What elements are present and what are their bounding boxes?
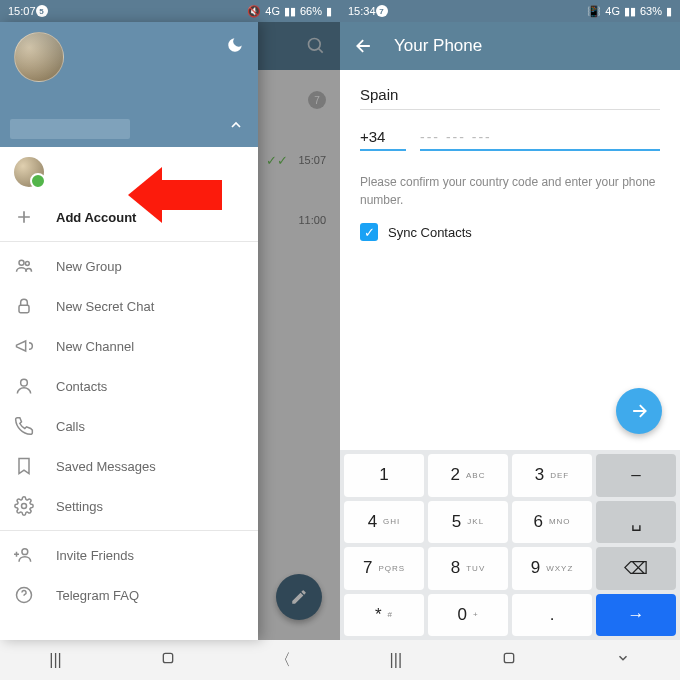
person-icon (14, 376, 34, 396)
svg-point-2 (25, 262, 29, 266)
status-bar: 15:07 5 🔇 4G ▮▮ 66% ▮ (0, 0, 340, 22)
menu-label: Calls (56, 419, 85, 434)
android-navbar: ||| 〈 (0, 640, 340, 680)
bookmark-icon (14, 456, 34, 476)
menu-label: Settings (56, 499, 103, 514)
gear-icon (14, 496, 34, 516)
keypad-key[interactable]: ␣ (596, 501, 676, 544)
menu-label: New Secret Chat (56, 299, 154, 314)
sidebar-item-calls[interactable]: Calls (0, 406, 258, 446)
keypad-key[interactable]: 1 (344, 454, 424, 497)
hide-keyboard-button[interactable] (616, 651, 630, 669)
lock-icon (14, 296, 34, 316)
network-icon: 4G (265, 5, 280, 17)
checkbox-checked-icon[interactable]: ✓ (360, 223, 378, 241)
keypad-key[interactable]: 3DEF (512, 454, 592, 497)
app-bar: Your Phone (340, 22, 680, 70)
sidebar-item-saved[interactable]: Saved Messages (0, 446, 258, 486)
account-avatar (14, 157, 44, 187)
menu-label: Invite Friends (56, 548, 134, 563)
keypad-key[interactable]: → (596, 594, 676, 637)
svg-rect-3 (19, 305, 29, 313)
svg-rect-9 (505, 653, 514, 662)
keypad-key[interactable]: – (596, 454, 676, 497)
megaphone-icon (14, 336, 34, 356)
vibrate-icon: 📳 (587, 5, 601, 18)
keypad-key[interactable]: 7PQRS (344, 547, 424, 590)
keypad-key[interactable]: *# (344, 594, 424, 637)
group-icon (14, 256, 34, 276)
sidebar-item-faq[interactable]: Telegram FAQ (0, 575, 258, 615)
profile-avatar[interactable] (14, 32, 64, 82)
keypad-key[interactable]: ⌫ (596, 547, 676, 590)
keypad-key[interactable]: 0+ (428, 594, 508, 637)
network-icon: 4G (605, 5, 620, 17)
sidebar-item-secret-chat[interactable]: New Secret Chat (0, 286, 258, 326)
add-account-label: Add Account (56, 210, 136, 225)
status-bar: 15:34 7 📳 4G ▮▮ 63% ▮ (340, 0, 680, 22)
nav-drawer: Add Account New Group New Secret Chat Ne… (0, 22, 258, 640)
chevron-up-icon[interactable] (228, 117, 244, 137)
separator (0, 241, 258, 242)
back-arrow-icon[interactable] (354, 36, 374, 56)
status-time: 15:34 (348, 5, 376, 17)
signal-icon: ▮▮ (624, 5, 636, 18)
battery-label: 63% (640, 5, 662, 17)
country-field[interactable]: Spain (360, 86, 660, 110)
svg-point-6 (22, 549, 28, 555)
svg-point-1 (19, 260, 24, 265)
home-button[interactable] (160, 650, 176, 670)
plus-icon (14, 207, 34, 227)
back-button[interactable]: 〈 (275, 650, 291, 671)
sync-label: Sync Contacts (388, 225, 472, 240)
phone-icon (14, 416, 34, 436)
svg-rect-8 (164, 653, 173, 662)
arrow-right-icon (629, 401, 649, 421)
battery-icon: ▮ (326, 5, 332, 18)
sidebar-item-contacts[interactable]: Contacts (0, 366, 258, 406)
status-time: 15:07 (8, 5, 36, 17)
svg-point-5 (22, 504, 27, 509)
phone-form: Spain +34 --- --- --- Please confirm you… (340, 70, 680, 241)
add-person-icon (14, 545, 34, 565)
keypad-key[interactable]: 6MNO (512, 501, 592, 544)
keypad-key[interactable]: 2ABC (428, 454, 508, 497)
profile-name (10, 119, 130, 139)
separator (0, 530, 258, 531)
status-badge: 5 (36, 5, 48, 17)
keypad-key[interactable]: 5JKL (428, 501, 508, 544)
annotation-arrow (162, 180, 222, 210)
night-mode-icon[interactable] (226, 36, 244, 54)
menu-label: Contacts (56, 379, 107, 394)
status-badge: 7 (376, 5, 388, 17)
keypad-key[interactable]: . (512, 594, 592, 637)
help-icon (14, 585, 34, 605)
svg-point-4 (21, 379, 28, 386)
keypad-key[interactable]: 9WXYZ (512, 547, 592, 590)
next-fab[interactable] (616, 388, 662, 434)
recents-button[interactable]: ||| (49, 651, 61, 669)
mute-icon: 🔇 (247, 5, 261, 18)
country-code-field[interactable]: +34 (360, 128, 406, 151)
keypad-key[interactable]: 4GHI (344, 501, 424, 544)
drawer-scrim[interactable] (258, 22, 340, 640)
menu-label: New Group (56, 259, 122, 274)
sync-contacts-row[interactable]: ✓ Sync Contacts (360, 223, 660, 241)
sidebar-item-settings[interactable]: Settings (0, 486, 258, 526)
battery-icon: ▮ (666, 5, 672, 18)
drawer-header (0, 22, 258, 147)
battery-label: 66% (300, 5, 322, 17)
sidebar-item-invite[interactable]: Invite Friends (0, 535, 258, 575)
page-title: Your Phone (394, 36, 482, 56)
home-button[interactable] (501, 650, 517, 670)
keypad-key[interactable]: 8TUV (428, 547, 508, 590)
phone-number-field[interactable]: --- --- --- (420, 129, 660, 151)
signal-icon: ▮▮ (284, 5, 296, 18)
menu-label: Saved Messages (56, 459, 156, 474)
hint-text: Please confirm your country code and ent… (360, 173, 660, 209)
android-navbar: ||| (340, 640, 680, 680)
numeric-keypad: 12ABC3DEF–4GHI5JKL6MNO␣7PQRS8TUV9WXYZ⌫*#… (340, 450, 680, 640)
sidebar-item-new-channel[interactable]: New Channel (0, 326, 258, 366)
sidebar-item-new-group[interactable]: New Group (0, 246, 258, 286)
recents-button[interactable]: ||| (390, 651, 402, 669)
